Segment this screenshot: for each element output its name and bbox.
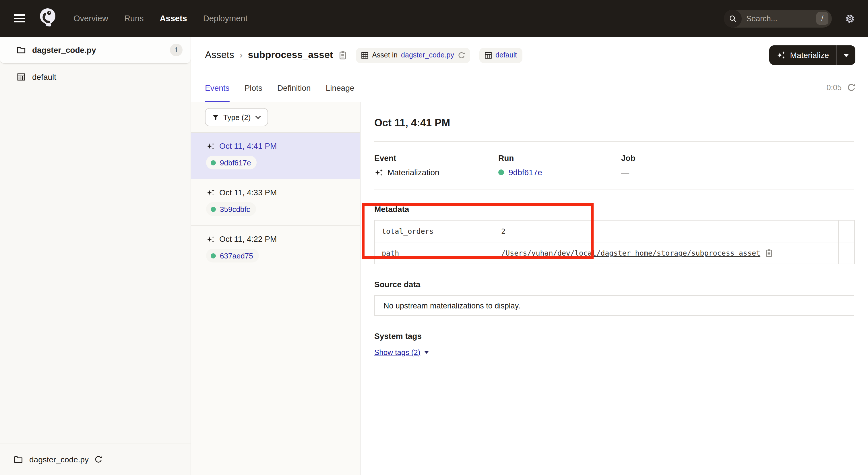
copy-asset-name-icon[interactable] xyxy=(339,51,347,60)
path-link[interactable]: /Users/yuhan/dev/local/dagster_home/stor… xyxy=(501,249,761,257)
search-placeholder: Search... xyxy=(746,14,816,23)
asset-in-label: Asset in xyxy=(372,51,398,59)
events-filter-bar: Type (2) xyxy=(191,102,360,133)
type-filter-button[interactable]: Type (2) xyxy=(205,108,268,126)
dagster-app: Overview Runs Assets Deployment Search..… xyxy=(0,0,868,475)
search-input[interactable]: Search... / xyxy=(724,9,832,27)
asset-group-icon xyxy=(17,72,26,81)
group-link[interactable]: default xyxy=(495,51,517,59)
asset-grid-icon xyxy=(361,51,369,59)
metadata-table: total_orders 2 path /Users/yuhan/dev/loc… xyxy=(374,220,855,264)
primary-nav: Overview Runs Assets Deployment xyxy=(73,14,247,23)
job-column-label: Job xyxy=(621,153,636,162)
code-location-name: dagster_code.py xyxy=(32,46,96,55)
metadata-key: path xyxy=(375,242,494,264)
metadata-heading: Metadata xyxy=(374,205,854,214)
materialize-label: Materialize xyxy=(790,51,829,60)
top-navbar: Overview Runs Assets Deployment Search..… xyxy=(0,0,868,37)
event-type-value: Materialization xyxy=(388,168,439,177)
dagster-logo-icon[interactable] xyxy=(37,7,60,30)
sidebar-footer-code-location[interactable]: dagster_code.py xyxy=(0,443,191,475)
caret-down-icon xyxy=(843,53,849,57)
system-tags-heading: System tags xyxy=(374,331,854,340)
hamburger-menu-icon[interactable] xyxy=(14,14,25,22)
type-filter-label: Type (2) xyxy=(223,113,251,121)
asset-count-badge: 1 xyxy=(170,43,183,56)
tab-lineage[interactable]: Lineage xyxy=(326,73,354,102)
breadcrumb-separator: › xyxy=(239,50,243,61)
event-detail-panel: Oct 11, 4:41 PM Event Materialization xyxy=(361,102,868,475)
run-status-dot xyxy=(498,170,504,175)
events-list-panel: Type (2) Oct 11, 4:41 PM 9dbf617e xyxy=(191,102,361,475)
metadata-key: total_orders xyxy=(375,220,494,242)
materialization-sparkle-icon xyxy=(206,188,215,197)
copy-path-icon[interactable] xyxy=(765,249,772,257)
search-icon xyxy=(724,9,742,27)
metadata-value: 2 xyxy=(494,220,838,242)
event-column-label: Event xyxy=(374,153,498,162)
footer-code-location-name: dagster_code.py xyxy=(29,455,89,464)
run-column-label: Run xyxy=(498,153,621,162)
run-id-link[interactable]: 637aed75 xyxy=(220,251,253,260)
event-list-item[interactable]: Oct 11, 4:33 PM 359cdbfc xyxy=(191,179,360,226)
show-tags-toggle[interactable]: Show tags (2) xyxy=(374,348,429,357)
run-status-dot xyxy=(211,160,216,165)
event-timestamp: Oct 11, 4:41 PM xyxy=(219,141,277,150)
sidebar-code-location[interactable]: dagster_code.py 1 xyxy=(0,37,191,64)
tab-plots[interactable]: Plots xyxy=(245,73,262,102)
nav-deployment[interactable]: Deployment xyxy=(203,14,248,23)
materialize-dropdown-button[interactable] xyxy=(837,46,856,65)
chevron-down-icon xyxy=(255,115,261,119)
reload-location-icon[interactable] xyxy=(458,51,465,59)
table-row: path /Users/yuhan/dev/local/dagster_home… xyxy=(375,242,855,264)
breadcrumb-assets-link[interactable]: Assets xyxy=(205,50,234,61)
run-id-link[interactable]: 359cdbfc xyxy=(220,205,250,213)
reload-icon[interactable] xyxy=(94,455,102,463)
event-list-item[interactable]: Oct 11, 4:22 PM 637aed75 xyxy=(191,226,360,272)
group-name: default xyxy=(32,72,56,81)
event-timestamp: Oct 11, 4:33 PM xyxy=(219,188,277,197)
folder-icon xyxy=(17,46,26,55)
refresh-icon[interactable] xyxy=(847,83,856,92)
run-id-link[interactable]: 9dbf617e xyxy=(508,168,542,177)
nav-runs[interactable]: Runs xyxy=(124,14,144,23)
run-status-dot xyxy=(211,206,216,212)
group-badge[interactable]: default xyxy=(479,48,522,63)
source-data-empty-state: No upstream materializations to display. xyxy=(374,295,854,316)
refresh-countdown: 0:05 xyxy=(826,83,842,92)
nav-assets[interactable]: Assets xyxy=(160,14,187,23)
gear-icon[interactable] xyxy=(844,13,856,24)
folder-icon xyxy=(14,455,23,464)
materialization-sparkle-icon xyxy=(206,235,215,243)
event-list-item[interactable]: Oct 11, 4:41 PM 9dbf617e xyxy=(191,133,360,179)
funnel-icon xyxy=(212,113,219,121)
run-pill[interactable]: 9dbf617e xyxy=(206,156,257,170)
event-detail-title: Oct 11, 4:41 PM xyxy=(374,117,854,129)
materialization-sparkle-icon xyxy=(206,142,215,150)
tab-definition[interactable]: Definition xyxy=(277,73,311,102)
search-shortcut-key: / xyxy=(816,12,828,25)
sparkle-icon xyxy=(776,51,786,60)
asset-in-location-badge[interactable]: Asset in dagster_code.py xyxy=(356,48,470,63)
sidebar-item-default-group[interactable]: default xyxy=(0,64,191,90)
page-title: subprocess_asset xyxy=(248,50,333,61)
run-pill[interactable]: 359cdbfc xyxy=(206,202,256,216)
materialization-sparkle-icon xyxy=(374,168,383,177)
materialize-button[interactable]: Materialize xyxy=(770,46,836,65)
run-id-link[interactable]: 9dbf617e xyxy=(220,158,251,167)
group-grid-icon xyxy=(485,51,492,59)
nav-overview[interactable]: Overview xyxy=(73,14,108,23)
materialize-split-button: Materialize xyxy=(770,46,856,65)
tab-events[interactable]: Events xyxy=(205,73,229,102)
caret-down-icon xyxy=(424,351,429,354)
asset-tabs: Events Plots Definition Lineage 0:05 xyxy=(191,73,868,102)
run-status-dot xyxy=(211,253,216,258)
event-timestamp: Oct 11, 4:22 PM xyxy=(219,234,277,243)
code-location-link[interactable]: dagster_code.py xyxy=(401,51,454,59)
run-pill[interactable]: 637aed75 xyxy=(206,249,259,263)
table-row: total_orders 2 xyxy=(375,220,855,242)
asset-header: Assets › subprocess_asset Asset in dagst… xyxy=(191,37,868,73)
left-sidebar: dagster_code.py 1 default dagster_code.p… xyxy=(0,37,191,475)
source-data-heading: Source data xyxy=(374,280,854,289)
job-value: — xyxy=(621,168,629,177)
